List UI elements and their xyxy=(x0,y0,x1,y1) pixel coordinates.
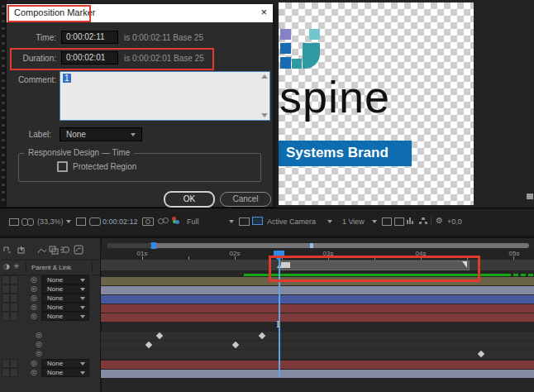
transparency-grid-icon[interactable] xyxy=(252,217,263,225)
chevron-down-icon[interactable] xyxy=(229,220,234,223)
layer-row-controls: ◎ None xyxy=(0,284,99,294)
draft-3d-icon[interactable] xyxy=(16,245,26,255)
binoculars-icon[interactable] xyxy=(21,218,33,225)
layer-switch-cell[interactable] xyxy=(2,359,10,368)
cancel-button[interactable]: Cancel xyxy=(220,192,271,207)
annotation-title-box xyxy=(7,5,91,22)
parent-dropdown[interactable]: None xyxy=(41,368,89,377)
time-navigator[interactable] xyxy=(101,240,534,250)
shy-layers-icon[interactable] xyxy=(37,245,47,255)
layer-switch-cell[interactable] xyxy=(10,284,18,294)
layer-bar[interactable] xyxy=(101,286,534,294)
share-view-icon[interactable] xyxy=(382,218,392,226)
grid-options-icon[interactable] xyxy=(76,218,86,226)
viewer-scrollbar-thumb[interactable] xyxy=(527,194,533,199)
parent-dropdown[interactable]: None xyxy=(41,284,89,294)
logo-square-teal-bottom xyxy=(292,59,302,69)
close-icon[interactable]: × xyxy=(260,6,267,18)
scroll-down-icon[interactable] xyxy=(261,113,268,117)
layer-bar[interactable] xyxy=(101,313,534,322)
navigator-track[interactable] xyxy=(107,243,529,248)
pickwhip-icon[interactable]: ◎ xyxy=(31,368,37,376)
parent-dropdown[interactable]: None xyxy=(41,275,89,284)
parent-dropdown[interactable]: None xyxy=(41,294,89,303)
layer-switch-cell[interactable] xyxy=(2,312,10,321)
scroll-up-icon[interactable] xyxy=(261,74,268,79)
rgb-channels-icon[interactable] xyxy=(172,217,182,225)
chevron-down-icon xyxy=(80,371,85,375)
annotation-marker-box xyxy=(269,256,480,282)
chevron-down-icon xyxy=(80,297,85,300)
chevron-down-icon[interactable] xyxy=(372,220,377,223)
layer-switch-cell[interactable] xyxy=(2,284,10,294)
parent-dropdown[interactable]: None xyxy=(41,359,89,368)
ok-button[interactable]: OK xyxy=(164,191,215,208)
navigator-handle[interactable] xyxy=(107,243,151,248)
eye-column-icon[interactable]: ◑ xyxy=(3,262,10,270)
monitor-icon[interactable] xyxy=(9,218,19,226)
timecode-display[interactable]: 0:00:02:12 xyxy=(103,218,138,226)
chevron-down-icon xyxy=(80,362,85,366)
dialog-titlebar[interactable]: Composition Marker × xyxy=(7,4,273,22)
comment-label: Comment: xyxy=(7,75,56,84)
layer-switch-cell[interactable] xyxy=(10,368,18,377)
exposure-value[interactable]: +0,0 xyxy=(447,218,462,226)
layer-switch-cell[interactable] xyxy=(2,275,10,284)
parent-link-header[interactable]: Parent & Link xyxy=(31,264,71,271)
graph-editor-icon[interactable] xyxy=(74,245,83,255)
layer-switch-cell[interactable] xyxy=(10,312,18,321)
layer-switch-cell[interactable] xyxy=(10,359,18,368)
mini-flowchart-icon[interactable] xyxy=(419,218,427,224)
mini-flowchart-icon[interactable] xyxy=(2,245,12,255)
layer-row-controls: ◎ None xyxy=(0,294,99,303)
gear-icon[interactable]: ⚙ xyxy=(436,216,443,225)
parent-dropdown[interactable]: None xyxy=(41,312,89,321)
navigator-tick xyxy=(310,243,313,248)
layer-bar[interactable] xyxy=(101,370,534,378)
camera-dropdown[interactable]: Active Camera xyxy=(267,218,316,226)
layer-switch-cell[interactable] xyxy=(10,303,18,312)
property-row-strip xyxy=(101,332,534,340)
navigator-playhead-marker[interactable] xyxy=(151,242,156,249)
chevron-down-icon[interactable] xyxy=(66,220,71,223)
show-snapshot-icon[interactable] xyxy=(158,218,169,224)
pickwhip-icon[interactable]: ◎ xyxy=(31,303,37,311)
pickwhip-icon[interactable]: ◎ xyxy=(31,359,37,367)
duration-info: is 0:00:02:01 Base 25 xyxy=(124,54,204,63)
layer-switch-cell[interactable] xyxy=(2,303,10,312)
layer-switch-cell[interactable] xyxy=(10,275,18,284)
mask-visibility-icon[interactable] xyxy=(89,218,101,226)
label-dropdown[interactable]: None xyxy=(60,127,142,141)
magnification-value[interactable]: (33,3%) xyxy=(37,218,64,226)
pickwhip-icon[interactable]: ◎ xyxy=(36,340,42,348)
roi-icon[interactable] xyxy=(239,218,250,226)
layer-bar[interactable] xyxy=(101,361,534,369)
time-input[interactable]: 0:00:02:11 xyxy=(61,31,118,44)
comment-textarea[interactable]: 1 xyxy=(60,71,270,121)
layer-switch-cell[interactable] xyxy=(10,294,18,303)
composition-marker-dialog: Composition Marker × Time: 0:00:02:11 is… xyxy=(7,4,273,207)
view-layout-dropdown[interactable]: 1 View xyxy=(342,218,365,226)
parent-dropdown[interactable]: None xyxy=(41,303,89,312)
layer-switch-cell[interactable] xyxy=(2,368,10,377)
pickwhip-icon[interactable]: ◎ xyxy=(31,294,37,302)
pickwhip-icon[interactable]: ◎ xyxy=(36,331,42,339)
flower-column-icon[interactable]: ✳ xyxy=(13,262,20,270)
pixel-aspect-icon[interactable] xyxy=(394,218,404,226)
motion-blur-icon[interactable] xyxy=(60,245,70,255)
pickwhip-icon[interactable]: ◎ xyxy=(31,275,37,284)
layer-switch-cell[interactable] xyxy=(2,294,10,303)
pickwhip-icon[interactable]: ◎ xyxy=(31,312,37,320)
resolution-dropdown[interactable]: Full xyxy=(187,218,199,226)
column-divider xyxy=(92,262,93,272)
histogram-icon[interactable] xyxy=(407,218,415,224)
frame-blend-icon[interactable] xyxy=(49,245,59,255)
layer-bar[interactable] xyxy=(101,304,534,313)
duration-input[interactable]: 0:00:02:01 xyxy=(61,51,118,65)
chevron-down-icon[interactable] xyxy=(327,220,332,223)
protected-region-checkbox[interactable] xyxy=(57,161,68,172)
pickwhip-icon[interactable]: ◎ xyxy=(36,349,42,357)
layer-bar[interactable] xyxy=(101,295,534,304)
snapshot-camera-icon[interactable] xyxy=(142,218,154,226)
pickwhip-icon[interactable]: ◎ xyxy=(31,284,37,293)
